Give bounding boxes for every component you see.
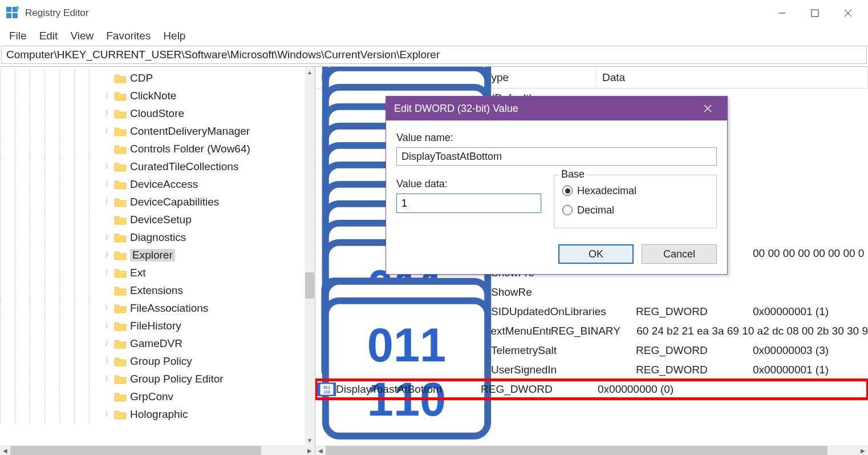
folder-icon xyxy=(114,108,127,119)
scroll-up-icon[interactable]: ▲ xyxy=(305,67,315,77)
tree-item-label: DeviceAccess xyxy=(130,178,198,191)
folder-icon xyxy=(114,392,127,402)
folder-icon xyxy=(114,197,127,207)
expand-icon[interactable]: 〉 xyxy=(104,91,113,100)
titlebar: Registry Editor xyxy=(0,0,868,26)
svg-rect-2 xyxy=(6,13,11,18)
scroll-right-icon[interactable]: ▶ xyxy=(858,448,868,454)
value-type: REG_BINARY xyxy=(551,325,637,337)
tree-item[interactable]: 〉FileHistory xyxy=(0,317,305,335)
menu-file[interactable]: File xyxy=(6,29,30,43)
tree-item[interactable]: 〉Diagnostics xyxy=(0,228,305,246)
tree-item[interactable]: 〉CloudStore xyxy=(0,104,305,122)
value-type: REG_DWORD xyxy=(636,344,753,357)
expand-icon[interactable]: 〉 xyxy=(104,126,113,136)
expand-icon[interactable]: 〉 xyxy=(104,321,113,331)
expand-icon[interactable]: 〉 xyxy=(104,339,113,348)
list-row[interactable]: 011110UserSignedInREG_DWORD0x00000001 (1… xyxy=(315,360,868,380)
tree-item[interactable]: 〉Group Policy xyxy=(0,352,305,370)
svg-text:110: 110 xyxy=(323,390,330,394)
tree-item[interactable]: 〉DeviceCapabilities xyxy=(0,193,305,211)
value-name: SIDUpdatedOnLibraries xyxy=(491,305,636,318)
tree-item-label: GameDVR xyxy=(130,337,182,350)
tree-item[interactable]: 〉Group Policy Editor xyxy=(0,370,305,388)
value-name-label: Value name: xyxy=(396,132,717,144)
tree-item-label: CDP xyxy=(130,72,153,84)
menu-edit[interactable]: Edit xyxy=(36,29,62,43)
column-type[interactable]: Type xyxy=(480,67,597,88)
tree-item[interactable]: CDP xyxy=(0,69,305,87)
menu-help[interactable]: Help xyxy=(160,29,189,43)
expand-icon[interactable]: 〉 xyxy=(104,268,113,277)
tree-view[interactable]: CDP〉ClickNote〉CloudStore〉ContentDelivery… xyxy=(0,67,305,423)
address-bar[interactable]: Computer\HKEY_CURRENT_USER\Software\Micr… xyxy=(1,46,867,64)
tree-item[interactable]: 〉Ext xyxy=(0,264,305,281)
scroll-left-icon[interactable]: ◀ xyxy=(315,448,326,454)
cancel-button[interactable]: Cancel xyxy=(642,244,717,264)
radio-decimal[interactable]: Decimal xyxy=(562,200,708,220)
svg-rect-6 xyxy=(812,10,818,17)
folder-icon xyxy=(114,126,127,136)
svg-rect-3 xyxy=(13,13,18,18)
folder-icon xyxy=(114,285,127,296)
expand-icon[interactable]: 〉 xyxy=(104,197,113,207)
tree-item[interactable]: 〉Holographic xyxy=(0,405,305,423)
tree-item[interactable]: DeviceSetup xyxy=(0,211,305,228)
tree-hscroll[interactable]: ◀ ▶ xyxy=(0,445,315,455)
tree-item-label: DeviceCapabilities xyxy=(130,196,219,208)
tree-scrollbar[interactable]: ▲ ▼ xyxy=(305,67,315,445)
edit-dword-dialog: Edit DWORD (32-bit) Value Value name: Va… xyxy=(386,96,728,275)
scroll-thumb[interactable] xyxy=(326,446,828,455)
menu-favorites[interactable]: Favorites xyxy=(103,29,154,43)
expand-icon[interactable]: 〉 xyxy=(104,162,113,171)
tree-item[interactable]: 〉DeviceAccess xyxy=(0,175,305,193)
scroll-thumb[interactable] xyxy=(10,446,261,455)
scroll-thumb[interactable] xyxy=(305,272,314,299)
tree-item[interactable]: Extensions xyxy=(0,281,305,299)
dialog-close-button[interactable] xyxy=(696,96,719,120)
expand-icon[interactable]: 〉 xyxy=(104,409,113,419)
expand-icon[interactable]: 〉 xyxy=(104,250,113,260)
scroll-down-icon[interactable]: ▼ xyxy=(305,435,315,445)
expand-icon[interactable]: 〉 xyxy=(104,374,113,384)
tree-item[interactable]: 〉ContentDeliveryManager xyxy=(0,122,305,140)
scroll-left-icon[interactable]: ◀ xyxy=(0,448,10,454)
tree-item-label: ClickNote xyxy=(130,90,176,102)
scroll-right-icon[interactable]: ▶ xyxy=(305,448,315,454)
maximize-button[interactable] xyxy=(798,0,832,26)
radio-hex-label: Hexadecimal xyxy=(577,185,636,197)
folder-icon xyxy=(114,91,127,101)
tree-item-label: Group Policy xyxy=(130,355,192,368)
menu-view[interactable]: View xyxy=(67,29,97,43)
tree-item-label: FileHistory xyxy=(130,320,181,332)
base-fieldset: Base Hexadecimal Decimal xyxy=(554,175,717,228)
expand-icon[interactable]: 〉 xyxy=(104,356,113,366)
value-data-field[interactable] xyxy=(396,194,541,213)
ok-button[interactable]: OK xyxy=(558,244,634,264)
tree-item-label: DeviceSetup xyxy=(130,214,192,226)
expand-icon[interactable]: 〉 xyxy=(104,232,113,242)
radio-icon xyxy=(562,205,573,215)
tree-item[interactable]: Controls Folder (Wow64) xyxy=(0,140,305,158)
dialog-titlebar[interactable]: Edit DWORD (32-bit) Value xyxy=(386,96,727,120)
expand-icon[interactable]: 〉 xyxy=(104,108,113,118)
tree-item-label: ContentDeliveryManager xyxy=(130,125,250,138)
value-name-field[interactable] xyxy=(396,147,717,166)
value-data: 0x00000003 (3) xyxy=(753,344,868,357)
tree-item[interactable]: 〉FileAssociations xyxy=(0,299,305,317)
expand-icon[interactable]: 〉 xyxy=(104,303,113,313)
folder-icon xyxy=(114,303,127,313)
expand-icon[interactable]: 〉 xyxy=(104,179,113,189)
tree-item[interactable]: 〉GameDVR xyxy=(0,335,305,352)
radio-hexadecimal[interactable]: Hexadecimal xyxy=(562,181,708,200)
list-hscroll[interactable]: ◀ ▶ xyxy=(315,445,868,455)
folder-icon xyxy=(114,374,127,384)
tree-item[interactable]: GrpConv xyxy=(0,388,305,405)
close-button[interactable] xyxy=(832,0,865,26)
tree-item[interactable]: 〉Explorer xyxy=(0,246,305,264)
minimize-button[interactable] xyxy=(765,0,798,26)
tree-item[interactable]: 〉CuratedTileCollections xyxy=(0,158,305,175)
column-data[interactable]: Data xyxy=(597,67,868,88)
tree-item[interactable]: 〉ClickNote xyxy=(0,87,305,104)
radio-icon xyxy=(562,186,573,196)
